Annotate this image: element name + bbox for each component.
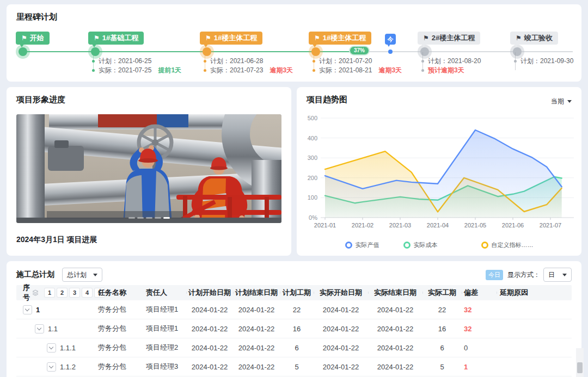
milestone-node xyxy=(420,47,429,56)
today-dot xyxy=(388,50,393,54)
chevron-down-icon xyxy=(567,100,572,103)
chevron-down-icon xyxy=(93,274,97,276)
milestone-label: ⚑ 1#楼主体工程 xyxy=(200,32,262,45)
milestone-label: ⚑ 1#基础工程 xyxy=(88,32,144,45)
col-plan-end: 计划结束日期 xyxy=(233,288,280,298)
carousel-dot[interactable] xyxy=(146,217,152,219)
level-chip[interactable]: 4 xyxy=(82,288,92,297)
photo-caption: 2024年3月1日 项目进展 xyxy=(16,235,97,245)
col-seq: 序号 1 2 3 4 5 xyxy=(16,283,98,302)
milestone-title: 里程碑计划 xyxy=(16,12,57,22)
table-row[interactable]: 1 劳务分包 项目经理1 2024-01-22 2024-01-22 22 20… xyxy=(16,300,572,319)
svg-text:0%: 0% xyxy=(309,214,317,221)
expand-toggle-icon[interactable] xyxy=(23,305,32,314)
expand-toggle-icon[interactable] xyxy=(47,343,56,353)
milestone-dates: 计划：2021-06-28 实际：2021-07-23逾期3天 xyxy=(204,57,293,75)
scrollbar-thumb[interactable] xyxy=(577,362,583,373)
today-chip[interactable]: 今日 xyxy=(486,270,503,280)
svg-text:2021-04: 2021-04 xyxy=(427,222,449,228)
forecast-text: 预计逾期3天 xyxy=(428,66,464,75)
col-actual-days: 实际工期 xyxy=(422,288,462,298)
carousel-dot-active[interactable] xyxy=(163,217,170,219)
legend-item[interactable]: 自定义指标…… xyxy=(481,241,534,249)
progress-badge: 37% xyxy=(349,46,370,55)
svg-text:2021-02: 2021-02 xyxy=(352,222,373,228)
schedule-table-card: 施工总计划 总计划 今日 显示方式： 日 序号 1 2 3 4 5 任务名称 xyxy=(7,261,581,377)
milestone-label: ⚑ 开始 xyxy=(16,32,50,45)
level-chip[interactable]: 3 xyxy=(70,288,79,297)
legend-marker-icon xyxy=(481,242,488,249)
status-text: 逾期3天 xyxy=(270,66,293,75)
status-text: 逾期3天 xyxy=(378,66,402,75)
legend-marker-icon xyxy=(403,242,411,249)
col-task: 任务名称 xyxy=(98,288,146,298)
level-chip[interactable]: 1 xyxy=(45,288,54,297)
deviation-value: 32 xyxy=(462,325,497,333)
carousel-dot[interactable] xyxy=(128,217,135,219)
table-row[interactable]: 1.1.2 劳务分包 项目经理3 2024-01-22 2024-01-22 5… xyxy=(16,357,572,376)
milestone-dates: 计划：2021-08-20 预计逾期3天 xyxy=(421,57,481,75)
flag-icon: ⚑ xyxy=(205,35,211,41)
table-title: 施工总计划 xyxy=(16,270,54,280)
carousel-dot[interactable] xyxy=(137,217,144,219)
svg-text:2021-03: 2021-03 xyxy=(389,222,411,228)
table-row[interactable]: 1.1.1 劳务分包 项目经理2 2024-01-22 2024-01-22 6… xyxy=(16,338,572,357)
svg-text:2021-05: 2021-05 xyxy=(464,222,486,228)
svg-text:300: 300 xyxy=(308,154,317,161)
deviation-value: 32 xyxy=(462,306,497,314)
col-deviation: 偏差 xyxy=(462,288,497,298)
milestone-node xyxy=(203,47,211,56)
svg-text:2021-07: 2021-07 xyxy=(540,222,561,228)
trend-chart-card: 项目趋势图 当期 5004003002001000%2021-012021-02… xyxy=(297,87,581,256)
table-controls: 施工总计划 总计划 今日 显示方式： 日 xyxy=(16,267,572,282)
legend-item[interactable]: 实际成本 xyxy=(403,241,438,249)
deviation-value: 0 xyxy=(462,344,497,352)
expand-toggle-icon[interactable] xyxy=(35,324,44,333)
svg-text:2021-01: 2021-01 xyxy=(314,222,336,228)
carousel-dot[interactable] xyxy=(155,217,161,219)
levels-icon xyxy=(32,289,39,296)
trend-chart: 5004003002001000%2021-012021-022021-0320… xyxy=(301,111,577,234)
chart-title: 项目趋势图 xyxy=(307,95,347,105)
table-row[interactable]: 1.1 劳务分包 项目经理1 2024-01-22 2024-01-22 16 … xyxy=(16,319,572,338)
expand-toggle-icon[interactable] xyxy=(47,362,56,372)
today-marker: 今 xyxy=(385,34,396,45)
col-plan-start: 计划开始日期 xyxy=(186,288,233,298)
col-owner: 责任人 xyxy=(146,288,186,298)
svg-text:100: 100 xyxy=(308,194,317,201)
flag-icon: ⚑ xyxy=(94,35,100,41)
milestone-dates: 计划：2021-07-20 实际：2021-08-21逾期3天 xyxy=(313,57,402,75)
progress-photo-illustration xyxy=(16,114,281,223)
legend-item[interactable]: 实际产值 xyxy=(345,241,379,249)
level-chip[interactable]: 2 xyxy=(57,288,67,297)
milestone-dates: 计划：2021-09-30 xyxy=(514,57,573,66)
milestone-dates: 计划：2021-06-25 实际：2021-07-25提前1天 xyxy=(92,57,181,75)
svg-text:2021-06: 2021-06 xyxy=(502,222,524,228)
svg-text:400: 400 xyxy=(308,135,317,141)
milestone-label: ⚑ 竣工验收 xyxy=(510,32,558,45)
col-actual-start: 实际开始日期 xyxy=(314,288,368,298)
col-plan-days: 计划工期 xyxy=(280,288,314,298)
milestone-node xyxy=(91,47,100,56)
progress-photo-card: 项目形象进度 xyxy=(7,87,291,256)
milestone-node xyxy=(311,47,320,56)
milestone-label: ⚑ 2#楼主体工程 xyxy=(418,32,480,45)
svg-text:200: 200 xyxy=(308,175,317,181)
chart-legend: 实际产值 实际成本 自定义指标…… xyxy=(297,241,581,249)
flag-icon: ⚑ xyxy=(21,35,27,41)
period-select[interactable]: 当期 xyxy=(551,97,572,106)
carousel-dots xyxy=(128,217,170,219)
milestone-node xyxy=(513,47,522,56)
photo-carousel[interactable] xyxy=(16,114,281,223)
display-mode-select[interactable]: 日 xyxy=(543,268,572,282)
table-header: 序号 1 2 3 4 5 任务名称 责任人 计划开始日期 计划结束日期 计划工期… xyxy=(16,285,572,300)
plan-type-select[interactable]: 总计划 xyxy=(62,268,102,282)
display-mode-label: 显示方式： xyxy=(507,270,540,280)
col-actual-end: 实际结束日期 xyxy=(368,288,422,298)
milestone-label: ⚑ 1#楼主体工程 xyxy=(309,32,371,45)
milestone-card: 里程碑计划 ⚑ 开始 ⚑ 1#基础工程 ⚑ 1#楼主体工程 ⚑ 1#楼主体工程 … xyxy=(7,4,581,82)
timeline-done-line xyxy=(23,51,359,52)
deviation-value: 1 xyxy=(462,363,497,371)
col-delay-reason: 延期原因 xyxy=(497,288,572,298)
flag-icon: ⚑ xyxy=(516,35,522,41)
